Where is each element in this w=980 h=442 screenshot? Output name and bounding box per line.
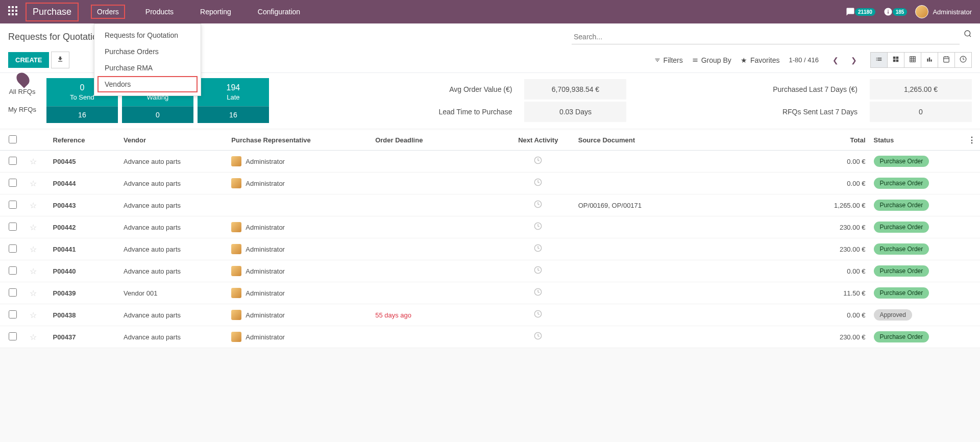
reference-link[interactable]: P00445 <box>53 158 76 165</box>
header-deadline[interactable]: Order Deadline <box>371 130 502 151</box>
row-checkbox[interactable] <box>9 288 17 297</box>
favorites-button[interactable]: ★ Favorites <box>741 56 780 64</box>
table-row[interactable]: ☆ P00440 Advance auto parts Administrato… <box>0 260 980 282</box>
view-calendar[interactable] <box>938 52 955 68</box>
user-menu[interactable]: Administrator <box>915 5 972 18</box>
row-checkbox[interactable] <box>9 266 17 275</box>
dropdown-item-purchase-orders[interactable]: Purchase Orders <box>94 43 201 60</box>
messages-button[interactable]: 21180 <box>846 7 875 16</box>
view-activity[interactable] <box>954 52 972 68</box>
table-row[interactable]: ☆ P00438 Advance auto parts Administrato… <box>0 304 980 326</box>
header-rep[interactable]: Purchase Representative <box>227 130 371 151</box>
messages-badge: 21180 <box>855 8 875 16</box>
reference-link[interactable]: P00442 <box>53 224 76 231</box>
row-checkbox[interactable] <box>9 310 17 318</box>
star-icon[interactable]: ☆ <box>30 289 37 298</box>
reference-link[interactable]: P00441 <box>53 245 76 253</box>
filter-all-rfqs[interactable]: All RFQs <box>8 88 36 95</box>
table-row[interactable]: ☆ P00445 Advance auto parts Administrato… <box>0 151 980 173</box>
view-graph[interactable] <box>921 52 938 68</box>
header-activity[interactable]: Next Activity <box>502 130 574 151</box>
menu-item-products[interactable]: Products <box>139 5 180 19</box>
star-icon[interactable]: ☆ <box>30 267 37 276</box>
view-pivot[interactable] <box>904 52 921 68</box>
table-row[interactable]: ☆ P00444 Advance auto parts Administrato… <box>0 173 980 194</box>
table-row[interactable]: ☆ P00437 Advance auto parts Administrato… <box>0 326 980 348</box>
row-checkbox[interactable] <box>9 244 17 253</box>
metric-value: 0.03 Days <box>524 102 626 122</box>
clock-icon[interactable] <box>534 157 542 166</box>
view-list[interactable] <box>870 52 888 68</box>
source-cell <box>574 326 816 348</box>
dropdown-item-vendors[interactable]: Vendors <box>97 76 198 92</box>
star-icon[interactable]: ☆ <box>30 223 37 232</box>
view-kanban[interactable] <box>887 52 904 68</box>
dropdown-item-purchase-rma[interactable]: Purchase RMA <box>94 60 201 76</box>
status-badge: Purchase Order <box>874 243 929 255</box>
rep-name: Administrator <box>246 224 285 231</box>
status-badge: Purchase Order <box>874 178 929 189</box>
clock-icon[interactable] <box>534 311 542 320</box>
menu-item-reporting[interactable]: Reporting <box>194 5 237 19</box>
search-icon[interactable] <box>964 30 972 44</box>
reference-link[interactable]: P00444 <box>53 180 76 187</box>
clock-icon[interactable] <box>534 223 542 232</box>
table-row[interactable]: ☆ P00441 Advance auto parts Administrato… <box>0 238 980 260</box>
select-all-checkbox[interactable] <box>9 135 17 143</box>
row-checkbox[interactable] <box>9 157 17 165</box>
vendor-cell: Advance auto parts <box>119 151 227 173</box>
create-button[interactable]: CREATE <box>8 52 49 68</box>
import-button[interactable] <box>51 52 69 68</box>
star-icon[interactable]: ☆ <box>30 311 37 320</box>
clock-icon[interactable] <box>534 289 542 298</box>
table-row[interactable]: ☆ P00439 Vendor 001 Administrator 11.50 … <box>0 282 980 304</box>
source-cell <box>574 238 816 260</box>
clock-icon[interactable] <box>534 179 542 188</box>
stat-late[interactable]: 194Late16 <box>198 78 269 123</box>
header-reference[interactable]: Reference <box>49 130 119 151</box>
menu-item-configuration[interactable]: Configuration <box>252 5 306 19</box>
reference-link[interactable]: P00437 <box>53 333 76 341</box>
star-icon[interactable]: ☆ <box>30 157 37 166</box>
groupby-button[interactable]: Group By <box>692 56 731 64</box>
favorites-label: Favorites <box>750 56 780 64</box>
reference-link[interactable]: P00439 <box>53 289 76 297</box>
pager-prev[interactable]: ❮ <box>828 54 843 67</box>
filter-my-rfqs[interactable]: My RFQs <box>8 106 36 113</box>
app-brand[interactable]: Purchase <box>26 3 79 21</box>
status-badge: Purchase Order <box>874 265 929 277</box>
clock-icon[interactable] <box>534 201 542 210</box>
row-checkbox[interactable] <box>9 332 17 340</box>
header-vendor[interactable]: Vendor <box>119 130 227 151</box>
reference-link[interactable]: P00443 <box>53 202 76 209</box>
header-status[interactable]: Status <box>870 130 960 151</box>
star-icon[interactable]: ☆ <box>30 333 37 341</box>
clock-icon[interactable] <box>534 245 542 254</box>
row-checkbox[interactable] <box>9 223 17 231</box>
table-row[interactable]: ☆ P00443 Advance auto parts OP/00169, OP… <box>0 194 980 216</box>
reference-link[interactable]: P00440 <box>53 267 76 275</box>
apps-icon[interactable] <box>8 6 17 18</box>
star-icon[interactable]: ☆ <box>30 201 37 210</box>
dropdown-item-requests-for-quotation[interactable]: Requests for Quotation <box>94 27 201 43</box>
star-icon[interactable]: ☆ <box>30 245 37 254</box>
svg-rect-12 <box>896 57 899 59</box>
column-options-icon[interactable]: ⋮ <box>968 136 976 144</box>
header-total[interactable]: Total <box>816 130 870 151</box>
filters-button[interactable]: Filters <box>654 56 683 64</box>
pager-next[interactable]: ❯ <box>846 54 862 67</box>
row-checkbox[interactable] <box>9 179 17 187</box>
table-row[interactable]: ☆ P00442 Advance auto parts Administrato… <box>0 216 980 238</box>
activities-button[interactable]: 185 <box>884 7 908 16</box>
header-source[interactable]: Source Document <box>574 130 816 151</box>
vendor-cell: Vendor 001 <box>119 282 227 304</box>
clock-icon[interactable] <box>534 267 542 276</box>
menu-item-orders[interactable]: Orders <box>91 5 125 19</box>
svg-rect-2 <box>15 6 17 8</box>
vendor-cell: Advance auto parts <box>119 304 227 326</box>
star-icon[interactable]: ☆ <box>30 179 37 188</box>
search-input[interactable] <box>572 30 960 44</box>
clock-icon[interactable] <box>534 333 542 341</box>
row-checkbox[interactable] <box>9 201 17 209</box>
reference-link[interactable]: P00438 <box>53 311 76 319</box>
